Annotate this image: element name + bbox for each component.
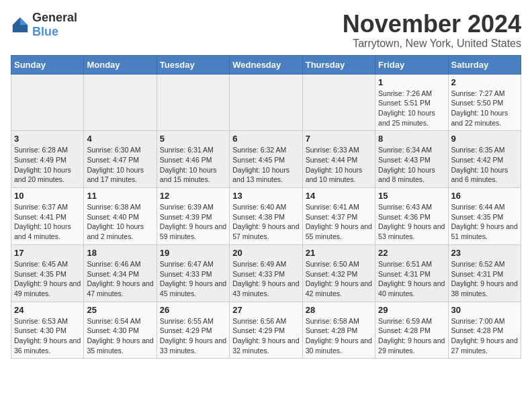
calendar-cell: 7Sunrise: 6:33 AMSunset: 4:44 PMDaylight… (302, 131, 375, 188)
calendar-cell (157, 74, 229, 131)
calendar-cell: 17Sunrise: 6:45 AMSunset: 4:35 PMDayligh… (11, 244, 84, 302)
day-number: 24 (14, 305, 81, 315)
day-info: Sunrise: 6:54 AMSunset: 4:30 PMDaylight:… (87, 316, 153, 356)
day-number: 30 (451, 305, 518, 315)
calendar-cell: 2Sunrise: 7:27 AMSunset: 5:50 PMDaylight… (448, 74, 521, 131)
day-number: 17 (14, 248, 81, 258)
day-info: Sunrise: 6:46 AMSunset: 4:34 PMDaylight:… (87, 259, 153, 299)
month-title: November 2024 (343, 11, 521, 38)
day-number: 22 (378, 248, 445, 258)
calendar-cell: 3Sunrise: 6:28 AMSunset: 4:49 PMDaylight… (11, 131, 84, 188)
day-info: Sunrise: 6:30 AMSunset: 4:47 PMDaylight:… (87, 145, 153, 185)
svg-marker-1 (13, 17, 20, 25)
calendar-cell: 28Sunrise: 6:58 AMSunset: 4:28 PMDayligh… (302, 302, 375, 359)
calendar-cell: 23Sunrise: 6:52 AMSunset: 4:31 PMDayligh… (448, 244, 521, 302)
day-info: Sunrise: 6:28 AMSunset: 4:49 PMDaylight:… (14, 145, 81, 185)
calendar-week-3: 17Sunrise: 6:45 AMSunset: 4:35 PMDayligh… (11, 244, 521, 302)
calendar-cell (11, 74, 84, 131)
day-number: 11 (87, 191, 153, 201)
day-number: 28 (306, 305, 372, 315)
calendar-cell: 8Sunrise: 6:34 AMSunset: 4:43 PMDaylight… (375, 131, 448, 188)
location-title: Tarrytown, New York, United States (343, 38, 521, 50)
calendar-cell: 24Sunrise: 6:53 AMSunset: 4:30 PMDayligh… (11, 302, 84, 359)
weekday-header-tuesday: Tuesday (157, 55, 229, 74)
page-header: General Blue November 2024 Tarrytown, Ne… (11, 11, 521, 50)
weekday-header-row: SundayMondayTuesdayWednesdayThursdayFrid… (11, 55, 521, 74)
day-info: Sunrise: 6:58 AMSunset: 4:28 PMDaylight:… (306, 316, 372, 356)
calendar-cell: 1Sunrise: 7:26 AMSunset: 5:51 PMDaylight… (375, 74, 448, 131)
day-number: 4 (87, 134, 153, 144)
day-info: Sunrise: 6:32 AMSunset: 4:45 PMDaylight:… (232, 145, 299, 185)
calendar-cell: 14Sunrise: 6:41 AMSunset: 4:37 PMDayligh… (302, 188, 375, 245)
logo-text: General Blue (32, 11, 77, 39)
day-info: Sunrise: 6:56 AMSunset: 4:29 PMDaylight:… (232, 316, 299, 356)
calendar-cell: 19Sunrise: 6:47 AMSunset: 4:33 PMDayligh… (157, 244, 229, 302)
calendar-header: SundayMondayTuesdayWednesdayThursdayFrid… (11, 55, 521, 74)
calendar-cell (230, 74, 302, 131)
day-info: Sunrise: 6:31 AMSunset: 4:46 PMDaylight:… (160, 145, 226, 185)
day-info: Sunrise: 7:27 AMSunset: 5:50 PMDaylight:… (451, 89, 518, 128)
calendar-table: SundayMondayTuesdayWednesdayThursdayFrid… (11, 55, 521, 359)
calendar-cell: 5Sunrise: 6:31 AMSunset: 4:46 PMDaylight… (157, 131, 229, 188)
day-info: Sunrise: 6:37 AMSunset: 4:41 PMDaylight:… (14, 202, 81, 242)
logo: General Blue (11, 11, 77, 39)
calendar-cell: 18Sunrise: 6:46 AMSunset: 4:34 PMDayligh… (84, 244, 157, 302)
calendar-body: 1Sunrise: 7:26 AMSunset: 5:51 PMDaylight… (11, 74, 521, 359)
day-info: Sunrise: 6:55 AMSunset: 4:29 PMDaylight:… (160, 316, 226, 356)
calendar-cell: 4Sunrise: 6:30 AMSunset: 4:47 PMDaylight… (84, 131, 157, 188)
calendar-cell: 10Sunrise: 6:37 AMSunset: 4:41 PMDayligh… (11, 188, 84, 245)
calendar-cell: 25Sunrise: 6:54 AMSunset: 4:30 PMDayligh… (84, 302, 157, 359)
day-number: 2 (451, 77, 518, 87)
day-info: Sunrise: 7:26 AMSunset: 5:51 PMDaylight:… (378, 89, 445, 128)
day-number: 23 (451, 248, 518, 258)
calendar-week-2: 10Sunrise: 6:37 AMSunset: 4:41 PMDayligh… (11, 188, 521, 245)
day-number: 6 (232, 134, 299, 144)
weekday-header-friday: Friday (375, 55, 448, 74)
day-number: 19 (160, 248, 226, 258)
title-block: November 2024 Tarrytown, New York, Unite… (343, 11, 521, 50)
day-number: 27 (232, 305, 299, 315)
day-number: 9 (451, 134, 518, 144)
weekday-header-sunday: Sunday (11, 55, 84, 74)
day-info: Sunrise: 6:52 AMSunset: 4:31 PMDaylight:… (451, 259, 518, 299)
day-info: Sunrise: 6:59 AMSunset: 4:28 PMDaylight:… (378, 316, 445, 356)
day-info: Sunrise: 6:43 AMSunset: 4:36 PMDaylight:… (378, 202, 445, 242)
day-number: 18 (87, 248, 153, 258)
calendar-cell: 20Sunrise: 6:49 AMSunset: 4:33 PMDayligh… (230, 244, 302, 302)
day-number: 26 (160, 305, 226, 315)
weekday-header-monday: Monday (84, 55, 157, 74)
day-info: Sunrise: 6:50 AMSunset: 4:32 PMDaylight:… (306, 259, 372, 299)
weekday-header-wednesday: Wednesday (230, 55, 302, 74)
day-info: Sunrise: 6:51 AMSunset: 4:31 PMDaylight:… (378, 259, 445, 299)
day-info: Sunrise: 6:41 AMSunset: 4:37 PMDaylight:… (306, 202, 372, 242)
calendar-week-4: 24Sunrise: 6:53 AMSunset: 4:30 PMDayligh… (11, 302, 521, 359)
calendar-cell: 9Sunrise: 6:35 AMSunset: 4:42 PMDaylight… (448, 131, 521, 188)
day-info: Sunrise: 6:34 AMSunset: 4:43 PMDaylight:… (378, 145, 445, 185)
day-number: 15 (378, 191, 445, 201)
calendar-cell: 15Sunrise: 6:43 AMSunset: 4:36 PMDayligh… (375, 188, 448, 245)
calendar-cell: 11Sunrise: 6:38 AMSunset: 4:40 PMDayligh… (84, 188, 157, 245)
logo-icon (11, 15, 30, 34)
day-info: Sunrise: 6:49 AMSunset: 4:33 PMDaylight:… (232, 259, 299, 299)
calendar-cell: 21Sunrise: 6:50 AMSunset: 4:32 PMDayligh… (302, 244, 375, 302)
day-number: 16 (451, 191, 518, 201)
day-info: Sunrise: 6:45 AMSunset: 4:35 PMDaylight:… (14, 259, 81, 299)
calendar-week-0: 1Sunrise: 7:26 AMSunset: 5:51 PMDaylight… (11, 74, 521, 131)
day-number: 20 (232, 248, 299, 258)
logo-general: General (32, 11, 77, 24)
logo-blue: Blue (32, 25, 58, 38)
day-number: 29 (378, 305, 445, 315)
weekday-header-saturday: Saturday (448, 55, 521, 74)
day-number: 25 (87, 305, 153, 315)
day-number: 8 (378, 134, 445, 144)
day-info: Sunrise: 6:44 AMSunset: 4:35 PMDaylight:… (451, 202, 518, 242)
day-info: Sunrise: 6:47 AMSunset: 4:33 PMDaylight:… (160, 259, 226, 299)
day-info: Sunrise: 6:53 AMSunset: 4:30 PMDaylight:… (14, 316, 81, 356)
calendar-cell (302, 74, 375, 131)
svg-marker-0 (20, 17, 28, 25)
calendar-cell: 6Sunrise: 6:32 AMSunset: 4:45 PMDaylight… (230, 131, 302, 188)
day-number: 21 (306, 248, 372, 258)
day-number: 14 (306, 191, 372, 201)
calendar-cell: 27Sunrise: 6:56 AMSunset: 4:29 PMDayligh… (230, 302, 302, 359)
day-number: 1 (378, 77, 445, 87)
